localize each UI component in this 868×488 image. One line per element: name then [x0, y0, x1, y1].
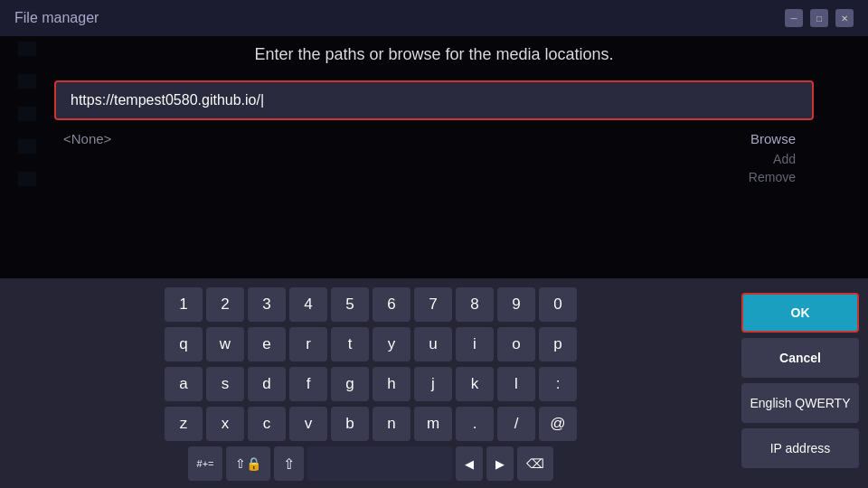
close-button[interactable]: ✕: [835, 9, 854, 27]
key-slash[interactable]: /: [497, 407, 535, 441]
key-2[interactable]: 2: [206, 287, 244, 322]
key-6[interactable]: 6: [373, 287, 410, 322]
url-input-wrapper: https://tempest0580.github.io/|: [54, 80, 814, 120]
key-4[interactable]: 4: [289, 287, 327, 322]
dialog-instruction: Enter the paths or browse for the media …: [54, 45, 814, 64]
key-s[interactable]: s: [206, 367, 244, 401]
second-row: <None> Browse: [54, 131, 814, 146]
minimize-button[interactable]: ─: [785, 9, 803, 27]
key-r[interactable]: r: [289, 327, 327, 361]
key-shift-lock[interactable]: ⇧🔒: [226, 446, 270, 481]
key-colon[interactable]: :: [539, 367, 577, 401]
key-1[interactable]: 1: [165, 287, 203, 322]
key-b[interactable]: b: [331, 407, 369, 441]
action-row: Add Remove: [54, 152, 814, 184]
key-n[interactable]: n: [373, 407, 410, 441]
key-right[interactable]: ▶: [486, 446, 514, 481]
key-q[interactable]: q: [165, 327, 203, 361]
key-f[interactable]: f: [289, 367, 327, 401]
dialog-content: Enter the paths or browse for the media …: [0, 45, 868, 188]
key-at[interactable]: @: [539, 407, 577, 441]
key-d[interactable]: d: [248, 367, 286, 401]
asdf-row: a s d f g h j k l :: [9, 367, 732, 401]
key-l[interactable]: l: [497, 367, 535, 401]
key-x[interactable]: x: [206, 407, 244, 441]
key-period[interactable]: .: [456, 407, 494, 441]
add-button[interactable]: Add: [773, 152, 796, 166]
special-row: #+= ⇧🔒 ⇧ ◀ ▶ ⌫: [9, 446, 732, 481]
key-p[interactable]: p: [539, 327, 577, 361]
browse-button[interactable]: Browse: [750, 131, 814, 146]
key-y[interactable]: y: [373, 327, 410, 361]
on-screen-keyboard: 1 2 3 4 5 6 7 8 9 0 q w e r t: [0, 278, 868, 488]
key-8[interactable]: 8: [456, 287, 494, 322]
keyboard-layout-button[interactable]: English QWERTY: [741, 383, 859, 423]
window-title: File manager: [14, 10, 99, 26]
keyboard-keys: 1 2 3 4 5 6 7 8 9 0 q w e r t: [0, 287, 741, 481]
key-backspace[interactable]: ⌫: [517, 446, 553, 481]
ok-button[interactable]: OK: [741, 293, 859, 333]
key-9[interactable]: 9: [497, 287, 535, 322]
maximize-button[interactable]: □: [810, 9, 828, 27]
key-shift[interactable]: ⇧: [274, 446, 304, 481]
key-e[interactable]: e: [248, 327, 286, 361]
key-z[interactable]: z: [165, 407, 203, 441]
window-controls: ─ □ ✕: [785, 9, 854, 27]
key-3[interactable]: 3: [248, 287, 286, 322]
remove-button[interactable]: Remove: [749, 170, 796, 184]
key-o[interactable]: o: [497, 327, 535, 361]
key-h[interactable]: h: [373, 367, 410, 401]
cancel-button[interactable]: Cancel: [741, 338, 859, 378]
dialog-overlay: Enter the paths or browse for the media …: [0, 36, 868, 488]
key-left[interactable]: ◀: [456, 446, 483, 481]
key-u[interactable]: u: [414, 327, 452, 361]
title-bar: File manager ─ □ ✕: [0, 0, 868, 36]
url-text: https://tempest0580.github.io/|: [71, 92, 264, 108]
key-v[interactable]: v: [289, 407, 327, 441]
spacebar[interactable]: [307, 446, 452, 481]
key-0[interactable]: 0: [539, 287, 577, 322]
qwerty-row: q w e r t y u i o p: [9, 327, 732, 361]
key-w[interactable]: w: [206, 327, 244, 361]
key-i[interactable]: i: [456, 327, 494, 361]
none-label: <None>: [54, 131, 111, 146]
key-a[interactable]: a: [165, 367, 203, 401]
key-c[interactable]: c: [248, 407, 286, 441]
zxcv-row: z x c v b n m . / @: [9, 407, 732, 441]
key-g[interactable]: g: [331, 367, 369, 401]
key-j[interactable]: j: [414, 367, 452, 401]
url-input[interactable]: https://tempest0580.github.io/|: [54, 80, 814, 120]
key-k[interactable]: k: [456, 367, 494, 401]
keyboard-sidebar: OK Cancel English QWERTY IP address: [741, 287, 868, 481]
keyboard-layout: 1 2 3 4 5 6 7 8 9 0 q w e r t: [0, 287, 868, 481]
key-symbols[interactable]: #+=: [188, 446, 223, 481]
ip-address-button[interactable]: IP address: [741, 428, 859, 468]
key-7[interactable]: 7: [414, 287, 452, 322]
key-t[interactable]: t: [331, 327, 369, 361]
number-row: 1 2 3 4 5 6 7 8 9 0: [9, 287, 732, 322]
key-5[interactable]: 5: [331, 287, 369, 322]
key-m[interactable]: m: [414, 407, 452, 441]
